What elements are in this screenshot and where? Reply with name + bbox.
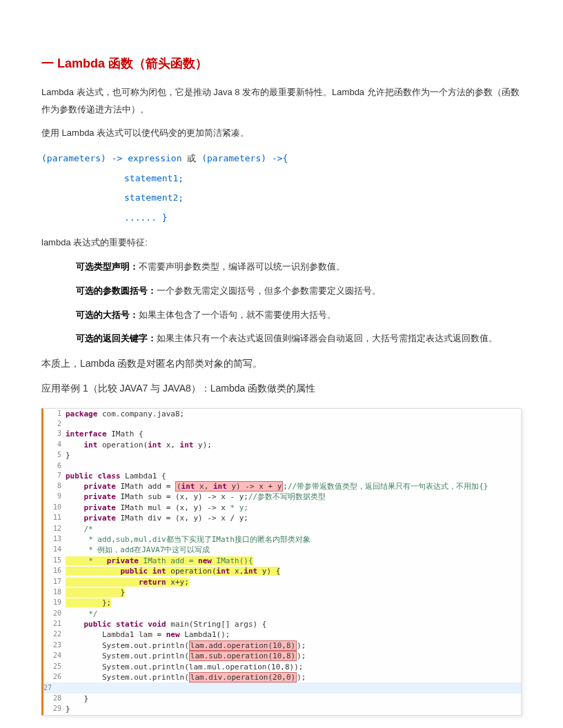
feature-1: 可选类型声明：不需要声明参数类型，编译器可以统一识别参数值。: [41, 259, 522, 276]
paragraph-example-title: 应用举例 1（比较 JAVA7 与 JAVA8）：Lambda 函数做类的属性: [41, 379, 522, 398]
code-syntax-4: ...... }: [41, 208, 522, 228]
syntax-code-block: (parameters) -> expression 或 (parameters…: [41, 149, 522, 228]
paragraph-usage: 使用 Lambda 表达式可以使代码变的更加简洁紧凑。: [41, 125, 522, 142]
section-heading: 一 Lambda 函数（箭头函数）: [41, 55, 522, 72]
features-heading: lambda 表达式的重要特征:: [41, 234, 522, 252]
feature-2-label: 可选的参数圆括号：: [76, 285, 157, 296]
code-syntax-2: statement1;: [41, 169, 522, 189]
paragraph-intro: Lambda 表达式，也可称为闭包，它是推动 Java 8 发布的最重要新特性。…: [41, 84, 522, 118]
feature-2-text: 一个参数无需定义圆括号，但多个参数需要定义圆括号。: [157, 285, 381, 296]
code-syntax-1a: (parameters) -> expression: [41, 153, 182, 163]
code-snippet-image: 1package com.company.java8;23interface I…: [41, 408, 522, 716]
feature-1-label: 可选类型声明：: [76, 261, 139, 272]
feature-1-text: 不需要声明参数类型，编译器可以统一识别参数值。: [139, 261, 345, 272]
paragraph-essence: 本质上，Lambda 函数是对匿名内部类对象的简写。: [41, 354, 522, 373]
feature-4-label: 可选的返回关键字：: [76, 333, 157, 343]
feature-4: 可选的返回关键字：如果主体只有一个表达式返回值则编译器会自动返回，大括号需指定表…: [41, 330, 522, 347]
feature-2: 可选的参数圆括号：一个参数无需定义圆括号，但多个参数需要定义圆括号。: [41, 283, 522, 300]
feature-3-label: 可选的大括号：: [76, 310, 139, 320]
code-syntax-3: statement2;: [41, 188, 522, 208]
code-syntax-or: 或: [182, 153, 202, 163]
code-syntax-1b: (parameters) ->{: [201, 153, 288, 163]
feature-3: 可选的大括号：如果主体包含了一个语句，就不需要使用大括号。: [41, 307, 522, 324]
feature-4-text: 如果主体只有一个表达式返回值则编译器会自动返回，大括号需指定表达式返回数值。: [157, 333, 497, 343]
feature-3-text: 如果主体包含了一个语句，就不需要使用大括号。: [139, 310, 336, 320]
